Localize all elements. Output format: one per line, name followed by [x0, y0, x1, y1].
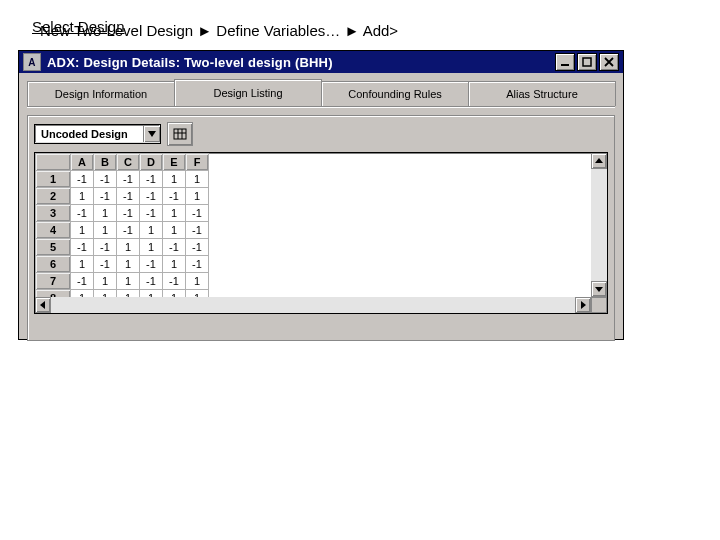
- cell[interactable]: 1: [186, 188, 209, 205]
- row-header[interactable]: 6: [36, 256, 71, 273]
- cell[interactable]: -1: [71, 273, 94, 290]
- table-row[interactable]: 61-11-11-1: [36, 256, 209, 273]
- col-header[interactable]: E: [163, 154, 186, 171]
- table-corner: [36, 154, 71, 171]
- cell[interactable]: -1: [140, 256, 163, 273]
- tab-alias-structure[interactable]: Alias Structure: [468, 81, 616, 106]
- tab-design-information[interactable]: Design Information: [27, 81, 175, 106]
- cell[interactable]: 1: [163, 290, 186, 298]
- row-header[interactable]: 7: [36, 273, 71, 290]
- cell[interactable]: 1: [94, 290, 117, 298]
- table-row[interactable]: 7-111-1-11: [36, 273, 209, 290]
- cell[interactable]: -1: [163, 273, 186, 290]
- cell[interactable]: -1: [140, 273, 163, 290]
- col-header[interactable]: D: [140, 154, 163, 171]
- row-header[interactable]: 8: [36, 290, 71, 298]
- cell[interactable]: -1: [94, 188, 117, 205]
- cell[interactable]: -1: [71, 239, 94, 256]
- close-button[interactable]: [599, 53, 619, 71]
- col-header[interactable]: A: [71, 154, 94, 171]
- cell[interactable]: -1: [186, 222, 209, 239]
- tab-design-listing[interactable]: Design Listing: [174, 79, 322, 106]
- cell[interactable]: -1: [71, 171, 94, 188]
- cell[interactable]: 1: [94, 205, 117, 222]
- scroll-up-button[interactable]: [591, 153, 607, 169]
- cell[interactable]: 1: [163, 171, 186, 188]
- col-header[interactable]: F: [186, 154, 209, 171]
- cell[interactable]: -1: [117, 188, 140, 205]
- cell[interactable]: 1: [71, 188, 94, 205]
- minimize-button[interactable]: [555, 53, 575, 71]
- cell[interactable]: -1: [117, 171, 140, 188]
- cell[interactable]: 1: [140, 222, 163, 239]
- cell[interactable]: 1: [94, 222, 117, 239]
- maximize-icon: [582, 57, 592, 67]
- cell[interactable]: -1: [186, 239, 209, 256]
- cell[interactable]: 1: [163, 256, 186, 273]
- tab-label: Design Information: [55, 88, 147, 100]
- table-row[interactable]: 411-111-1: [36, 222, 209, 239]
- cell[interactable]: 1: [117, 290, 140, 298]
- coding-dropdown[interactable]: Uncoded Design: [34, 124, 161, 144]
- maximize-button[interactable]: [577, 53, 597, 71]
- chevron-down-icon: [595, 285, 603, 293]
- row-header[interactable]: 1: [36, 171, 71, 188]
- table-row[interactable]: 8111111: [36, 290, 209, 298]
- scroll-track[interactable]: [591, 169, 607, 281]
- cell[interactable]: 1: [163, 205, 186, 222]
- tab-confounding-rules[interactable]: Confounding Rules: [321, 81, 469, 106]
- cell[interactable]: 1: [71, 256, 94, 273]
- cell[interactable]: -1: [163, 188, 186, 205]
- table-row[interactable]: 21-1-1-1-11: [36, 188, 209, 205]
- cell[interactable]: 1: [186, 273, 209, 290]
- cell[interactable]: 1: [186, 290, 209, 298]
- tab-label: Design Listing: [213, 87, 282, 99]
- table-row[interactable]: 1-1-1-1-111: [36, 171, 209, 188]
- cell[interactable]: -1: [140, 205, 163, 222]
- app-icon: A: [23, 53, 41, 71]
- breadcrumb-arrow-1: ►: [197, 22, 212, 39]
- cell[interactable]: -1: [94, 171, 117, 188]
- scroll-down-button[interactable]: [591, 281, 607, 297]
- cell[interactable]: 1: [117, 239, 140, 256]
- design-grid-container: A B C D E F 1-1-1-1-11121-1-1-1-113-11-1…: [34, 152, 608, 314]
- cell[interactable]: 1: [186, 171, 209, 188]
- scroll-corner: [591, 297, 607, 313]
- col-header[interactable]: B: [94, 154, 117, 171]
- row-header[interactable]: 5: [36, 239, 71, 256]
- horizontal-scrollbar[interactable]: [35, 297, 591, 313]
- cell[interactable]: -1: [117, 205, 140, 222]
- vertical-scrollbar[interactable]: [591, 153, 607, 297]
- row-header[interactable]: 2: [36, 188, 71, 205]
- cell[interactable]: -1: [117, 222, 140, 239]
- design-tool-button[interactable]: [167, 122, 193, 146]
- cell[interactable]: -1: [94, 256, 117, 273]
- cell[interactable]: -1: [163, 239, 186, 256]
- design-table[interactable]: A B C D E F 1-1-1-1-11121-1-1-1-113-11-1…: [35, 153, 209, 297]
- design-tool-icon: [173, 127, 187, 141]
- table-row[interactable]: 3-11-1-11-1: [36, 205, 209, 222]
- scroll-left-button[interactable]: [35, 297, 51, 313]
- cell[interactable]: -1: [94, 239, 117, 256]
- scroll-track[interactable]: [51, 297, 575, 313]
- cell[interactable]: -1: [140, 171, 163, 188]
- scroll-right-button[interactable]: [575, 297, 591, 313]
- table-row[interactable]: 5-1-111-1-1: [36, 239, 209, 256]
- cell[interactable]: 1: [140, 290, 163, 298]
- cell[interactable]: -1: [71, 205, 94, 222]
- cell[interactable]: 1: [140, 239, 163, 256]
- breadcrumb-part-3: Add>: [359, 22, 398, 39]
- cell[interactable]: -1: [186, 256, 209, 273]
- cell[interactable]: 1: [117, 256, 140, 273]
- row-header[interactable]: 4: [36, 222, 71, 239]
- cell[interactable]: 1: [94, 273, 117, 290]
- cell[interactable]: -1: [186, 205, 209, 222]
- col-header[interactable]: C: [117, 154, 140, 171]
- cell[interactable]: 1: [71, 290, 94, 298]
- titlebar[interactable]: A ADX: Design Details: Two-level design …: [19, 51, 623, 73]
- cell[interactable]: 1: [163, 222, 186, 239]
- cell[interactable]: 1: [71, 222, 94, 239]
- cell[interactable]: -1: [140, 188, 163, 205]
- cell[interactable]: 1: [117, 273, 140, 290]
- row-header[interactable]: 3: [36, 205, 71, 222]
